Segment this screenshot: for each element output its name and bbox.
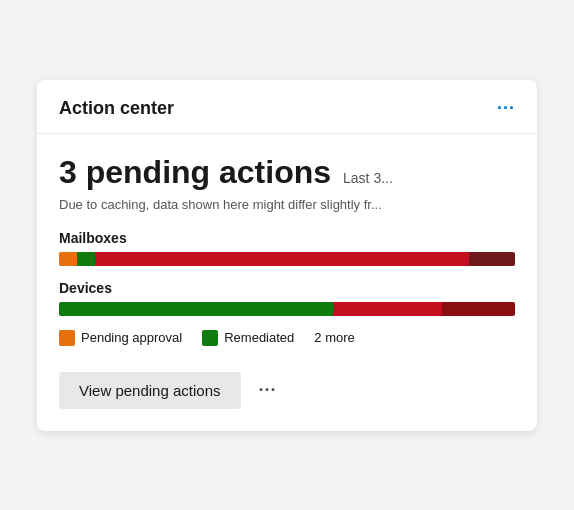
mailboxes-bar-segment-1 <box>59 252 77 266</box>
cache-note: Due to caching, data shown here might di… <box>59 197 515 212</box>
view-pending-actions-button[interactable]: View pending actions <box>59 372 241 409</box>
legend-color-pending <box>59 330 75 346</box>
mailboxes-label: Mailboxes <box>59 230 515 246</box>
devices-bar-segment-1 <box>59 302 333 316</box>
mailboxes-bar <box>59 252 515 266</box>
card-header: Action center ··· <box>37 80 537 134</box>
pending-count-row: 3 pending actions Last 3... <box>59 154 515 191</box>
mailboxes-bar-segment-3 <box>95 252 469 266</box>
legend-color-remediated <box>202 330 218 346</box>
legend-row: Pending approval Remediated 2 more <box>59 330 515 346</box>
devices-label: Devices <box>59 280 515 296</box>
pending-count: 3 pending actions <box>59 154 331 191</box>
devices-bar <box>59 302 515 316</box>
card-title: Action center <box>59 98 174 119</box>
card-footer: View pending actions ··· <box>59 368 515 409</box>
legend-pending-approval: Pending approval <box>59 330 182 346</box>
devices-bar-segment-2 <box>333 302 442 316</box>
devices-bar-segment-3 <box>442 302 515 316</box>
mailboxes-bar-segment-4 <box>469 252 515 266</box>
legend-remediated: Remediated <box>202 330 294 346</box>
mailboxes-bar-segment-2 <box>77 252 95 266</box>
footer-more-icon[interactable]: ··· <box>259 380 277 401</box>
legend-more-text: 2 more <box>314 330 354 345</box>
legend-label-remediated: Remediated <box>224 330 294 345</box>
legend-label-pending: Pending approval <box>81 330 182 345</box>
action-center-card: Action center ··· 3 pending actions Last… <box>37 80 537 431</box>
last-label: Last 3... <box>343 170 393 186</box>
header-more-icon[interactable]: ··· <box>497 98 515 119</box>
card-body: 3 pending actions Last 3... Due to cachi… <box>37 134 537 431</box>
